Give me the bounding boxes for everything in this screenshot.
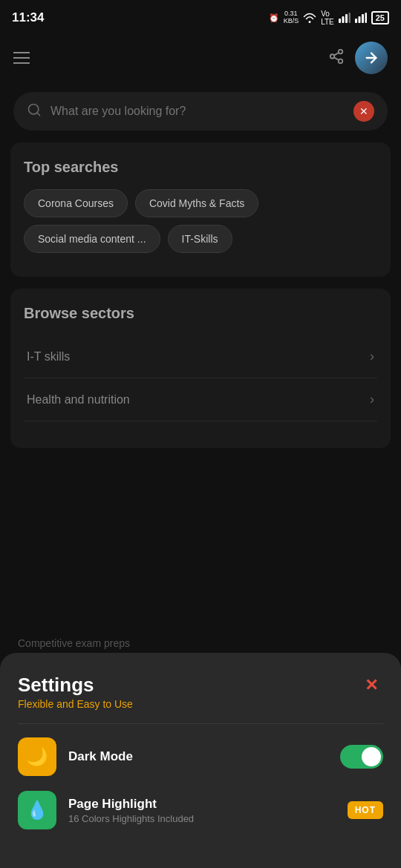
signal-icon-1 <box>339 13 351 23</box>
svg-rect-5 <box>358 16 360 23</box>
svg-rect-3 <box>348 13 351 23</box>
search-clear-button[interactable]: ✕ <box>353 101 374 122</box>
settings-divider <box>18 723 383 724</box>
browse-sectors-title: Browse sectors <box>24 305 377 322</box>
svg-rect-0 <box>339 19 341 23</box>
svg-line-15 <box>37 112 40 115</box>
page-highlight-desc: 16 Colors Highlights Included <box>68 813 336 824</box>
svg-rect-6 <box>362 14 364 23</box>
dark-mode-toggle[interactable] <box>340 745 383 769</box>
settings-close-button[interactable]: ✕ <box>359 674 383 697</box>
wifi-icon <box>303 13 316 23</box>
network-label: VoLTE <box>321 10 334 26</box>
svg-rect-2 <box>345 14 348 23</box>
settings-header: Settings Flexible and Easy to Use ✕ <box>18 674 383 710</box>
svg-rect-1 <box>342 16 344 23</box>
chevron-icon: › <box>370 349 374 364</box>
battery-icon: 25 <box>371 11 389 24</box>
status-bar: 11:34 ⏰ 0.31KB/S VoLTE <box>0 0 401 36</box>
sector-partial <box>24 421 377 432</box>
toggle-thumb <box>362 747 381 766</box>
chevron-icon-2: › <box>370 392 374 407</box>
svg-rect-7 <box>365 13 367 23</box>
svg-line-12 <box>334 52 339 55</box>
top-searches-title: Top searches <box>24 159 377 176</box>
sector-health-nutrition[interactable]: Health and nutrition › <box>24 378 377 421</box>
setting-row-page-highlight: 💧 Page Highlight 16 Colors Highlights In… <box>18 791 383 829</box>
hot-badge[interactable]: HOT <box>348 801 383 819</box>
dark-mode-icon-box: 🌙 <box>18 737 56 776</box>
browse-sectors-card: Browse sectors I-T skills › Health and n… <box>10 289 391 448</box>
status-time: 11:34 <box>12 10 44 25</box>
dark-mode-info: Dark Mode <box>68 749 328 764</box>
nav-right <box>328 42 388 74</box>
tag-it-skills[interactable]: IT-Skills <box>168 225 232 253</box>
status-icons: ⏰ 0.31KB/S VoLTE <box>269 10 389 26</box>
avatar[interactable] <box>355 42 388 74</box>
data-speed: 0.31KB/S <box>284 10 299 25</box>
tags-row-1: Corona Courses Covid Myths & Facts <box>24 189 377 217</box>
top-searches-card: Top searches Corona Courses Covid Myths … <box>10 142 391 277</box>
settings-subtitle: Flexible and Easy to Use <box>18 698 133 710</box>
settings-title: Settings <box>18 674 133 697</box>
page-highlight-icon-box: 💧 <box>18 791 56 829</box>
tag-covid-myths[interactable]: Covid Myths & Facts <box>135 189 258 217</box>
hamburger-menu[interactable] <box>13 52 30 64</box>
settings-modal: Settings Flexible and Easy to Use ✕ 🌙 Da… <box>0 653 401 868</box>
setting-row-dark-mode: 🌙 Dark Mode <box>18 737 383 776</box>
sector-it-skills[interactable]: I-T skills › <box>24 335 377 378</box>
search-icon <box>27 102 42 121</box>
droplet-icon: 💧 <box>26 800 48 821</box>
top-nav <box>0 36 401 80</box>
search-input[interactable] <box>50 105 345 118</box>
signal-icon-2 <box>355 13 367 23</box>
page-highlight-info: Page Highlight 16 Colors Highlights Incl… <box>68 797 336 824</box>
page-highlight-label: Page Highlight <box>68 797 336 812</box>
peek-text: Competitive exam preps <box>18 637 130 649</box>
tag-corona-courses[interactable]: Corona Courses <box>24 189 128 217</box>
dark-mode-label: Dark Mode <box>68 749 328 764</box>
share-icon[interactable] <box>328 48 345 68</box>
svg-line-11 <box>334 57 339 60</box>
svg-rect-4 <box>355 19 357 23</box>
tags-row-2: Social media content ... IT-Skills <box>24 225 377 253</box>
alarm-icon: ⏰ <box>269 13 279 23</box>
tag-social-media[interactable]: Social media content ... <box>24 225 160 253</box>
moon-icon: 🌙 <box>26 746 48 767</box>
search-bar: ✕ <box>13 92 388 131</box>
